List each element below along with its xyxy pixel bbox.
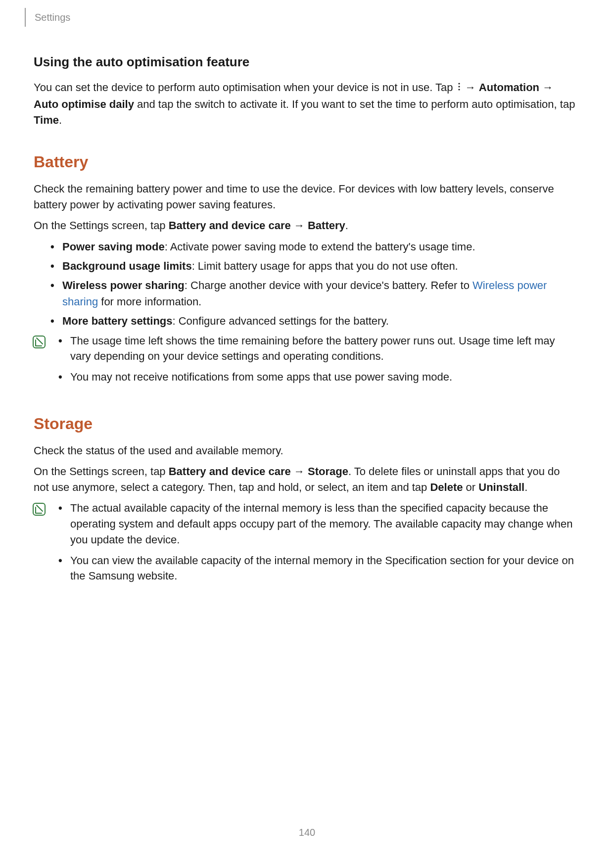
list-item: The usage time left shows the time remai… <box>56 333 578 365</box>
text-fragment: for more information. <box>98 295 201 308</box>
text-bold: Battery <box>308 219 345 232</box>
text-fragment: : Configure advanced settings for the ba… <box>173 315 389 327</box>
text-fragment: : Charge another device with your device… <box>185 279 472 291</box>
text-bold: Delete <box>430 481 463 493</box>
page-content: Using the auto optimisation feature You … <box>34 54 578 589</box>
text-fragment: On the Settings screen, tap <box>34 465 169 478</box>
storage-tap-path: On the Settings screen, tap Battery and … <box>34 464 578 495</box>
text-fragment: : Limit battery usage for apps that you … <box>192 260 458 272</box>
text-bold: Battery and device care <box>169 465 291 478</box>
battery-note-list: The usage time left shows the time remai… <box>56 333 578 390</box>
text-bold: Wireless power sharing <box>62 279 185 291</box>
battery-bullet-list: Power saving mode: Activate power saving… <box>48 239 578 329</box>
text-bold: More battery settings <box>62 315 173 327</box>
battery-tap-path: On the Settings screen, tap Battery and … <box>34 218 578 234</box>
list-item: More battery settings: Configure advance… <box>48 313 578 329</box>
text-bold: Time <box>34 114 59 126</box>
svg-point-1 <box>458 86 460 88</box>
text-bold: Battery and device care <box>169 219 291 232</box>
text-bold: Automation <box>479 81 539 94</box>
text-fragment: You can set the device to perform auto o… <box>34 81 456 94</box>
storage-heading: Storage <box>34 415 578 433</box>
arrow-icon: → <box>462 81 479 94</box>
header-bar: Settings <box>25 8 70 27</box>
list-item: Background usage limits: Limit battery u… <box>48 258 578 274</box>
list-item: You can view the available capacity of t… <box>56 553 578 584</box>
page-number: 140 <box>0 827 614 838</box>
list-item: Power saving mode: Activate power saving… <box>48 239 578 255</box>
arrow-icon: → <box>539 81 553 94</box>
auto-optimisation-heading: Using the auto optimisation feature <box>34 54 578 70</box>
note-icon <box>32 502 47 517</box>
svg-point-0 <box>458 83 460 85</box>
more-options-icon <box>457 80 461 96</box>
text-bold: Storage <box>308 465 348 478</box>
list-item: Wireless power sharing: Charge another d… <box>48 277 578 310</box>
arrow-icon: → <box>291 465 308 478</box>
battery-note-block: The usage time left shows the time remai… <box>34 333 578 390</box>
list-item: The actual available capacity of the int… <box>56 500 578 548</box>
storage-note-block: The actual available capacity of the int… <box>34 500 578 589</box>
svg-point-2 <box>458 89 460 91</box>
text-fragment: On the Settings screen, tap <box>34 219 169 232</box>
text-fragment: or <box>463 481 479 493</box>
text-bold: Background usage limits <box>62 260 192 272</box>
storage-note-list: The actual available capacity of the int… <box>56 500 578 589</box>
battery-intro: Check the remaining battery power and ti… <box>34 181 578 213</box>
storage-intro: Check the status of the used and availab… <box>34 443 578 459</box>
list-item: You may not receive notifications from s… <box>56 369 578 385</box>
text-bold: Auto optimise daily <box>34 98 134 110</box>
text-bold: Uninstall <box>478 481 524 493</box>
text-fragment: : Activate power saving mode to extend t… <box>165 241 475 253</box>
text-fragment: and tap the switch to activate it. If yo… <box>134 98 575 110</box>
text-bold: Power saving mode <box>62 241 165 253</box>
text-fragment: . <box>59 114 62 126</box>
note-icon <box>32 335 47 349</box>
text-fragment: . <box>345 219 348 232</box>
text-fragment: . <box>524 481 527 493</box>
breadcrumb: Settings <box>35 12 70 23</box>
battery-heading: Battery <box>34 153 578 171</box>
arrow-icon: → <box>291 219 308 232</box>
auto-optimisation-paragraph: You can set the device to perform auto o… <box>34 80 578 128</box>
